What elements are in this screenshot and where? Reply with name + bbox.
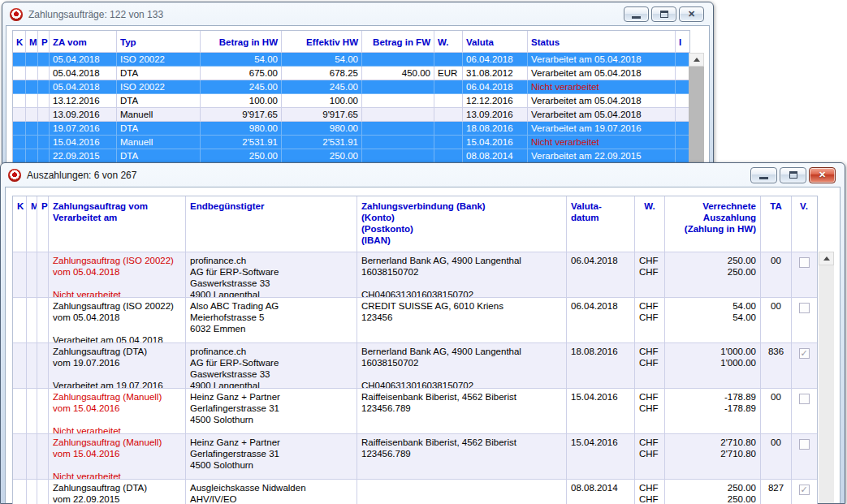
cell-status: Verarbeitet am 19.07.2016 — [528, 122, 676, 135]
row-checkbox[interactable] — [799, 257, 810, 268]
row-checkbox[interactable]: ✓ — [799, 485, 810, 495]
maximize-button[interactable] — [780, 167, 806, 183]
table-row[interactable]: 13.12.2016 DTA 100.00 100.00 12.12.2016 … — [13, 94, 689, 108]
column-header-effektiv-hw[interactable]: Effektiv HW — [282, 31, 362, 52]
row-checkbox[interactable] — [799, 439, 810, 450]
cell-status: Verarbeitet am 05.04.2018 — [528, 108, 676, 121]
cell-valuta: 12.12.2016 — [463, 94, 528, 107]
check-icon: ✓ — [800, 349, 807, 358]
table-row[interactable]: 22.09.2015 DTA 250.00 250.00 08.08.2014 … — [13, 149, 689, 163]
column-header-p[interactable]: P — [38, 31, 50, 52]
title-bar[interactable]: Zahlungsaufträge: 122 von 133 ✕ — [2, 2, 713, 26]
column-header-verrechnete-auszahlung[interactable]: Verrechnete Auszahlung (Zahlung in HW) — [665, 196, 761, 252]
column-header-betrag-fw[interactable]: Betrag in FW — [362, 31, 434, 52]
cell-waehrung: CHF CHF — [635, 389, 665, 433]
table-row[interactable]: Zahlungsauftrag (DTA) vom 19.07.2016 Ver… — [13, 343, 817, 389]
close-icon: ✕ — [688, 10, 695, 19]
cell-za-vom: 05.04.2018 — [50, 67, 117, 80]
cell-waehrung: CHF CHF — [635, 480, 665, 504]
table-row[interactable]: 13.09.2016 Manuell 9'917.65 9'917.65 13.… — [13, 108, 689, 122]
cell-zahlungsauftrag: Zahlungsauftrag (ISO 20022) vom 05.04.20… — [49, 252, 186, 297]
maximize-button[interactable] — [651, 6, 676, 22]
close-button[interactable]: ✕ — [679, 6, 704, 22]
column-header-v[interactable]: V. — [792, 196, 816, 252]
scroll-up-button[interactable] — [689, 53, 704, 67]
cell-effektiv-hw: 250.00 — [282, 149, 362, 162]
cell-zahlungsverbindung: CREDIT SUISSE AG, 6010 Kriens 123456 — [357, 298, 567, 342]
cell-betrag-fw — [362, 94, 434, 107]
column-header-ta[interactable]: TA — [761, 196, 792, 252]
cell-za-vom: 13.12.2016 — [50, 94, 117, 107]
table-row[interactable]: 05.04.2018 DTA 675.00 678.25 450.00 EUR … — [13, 67, 689, 80]
column-header-zahlungsverbindung[interactable]: Zahlungsverbindung (Bank) (Konto) (Postk… — [357, 196, 567, 252]
column-header-typ[interactable]: Typ — [117, 31, 201, 52]
table-row[interactable]: Zahlungsauftrag (Manuell) vom 15.04.2016… — [13, 389, 817, 434]
column-header-endbeguenstigter[interactable]: Endbegünstigter — [186, 196, 357, 252]
column-header-k[interactable]: K — [13, 31, 26, 52]
column-header-i[interactable]: I — [676, 31, 689, 52]
cell-w — [434, 149, 463, 162]
column-header-p[interactable]: P — [37, 196, 49, 252]
cell-ta: 00 — [761, 298, 792, 342]
cell-w — [434, 136, 463, 149]
minimize-button[interactable] — [624, 6, 649, 22]
table-row[interactable]: 05.04.2018 ISO 20022 54.00 54.00 06.04.2… — [13, 53, 689, 67]
close-button[interactable]: ✕ — [809, 167, 836, 183]
check-icon: ✓ — [800, 485, 807, 494]
zahlungsauftraege-table: K M P ZA vom Typ Betrag in HW Effektiv H… — [12, 30, 690, 164]
cell-typ: DTA — [117, 149, 201, 162]
column-header-valuta[interactable]: Valuta — [463, 31, 528, 52]
cell-zahlungsauftrag: Zahlungsauftrag (Manuell) vom 15.04.2016… — [49, 434, 186, 479]
cell-zahlungsverbindung: Raiffeisenbank Biberist, 4562 Biberist 1… — [357, 434, 567, 479]
title-bar[interactable]: Auszahlungen: 6 von 267 ✕ — [1, 163, 845, 187]
cell-za-vom: 22.09.2015 — [50, 149, 117, 162]
cell-effektiv-hw: 2'531.91 — [282, 136, 362, 149]
minimize-icon — [759, 177, 768, 179]
minimize-button[interactable] — [750, 167, 777, 183]
cell-betrag-fw — [362, 53, 434, 66]
cell-typ: DTA — [117, 67, 201, 80]
table-row[interactable]: Zahlungsauftrag (DTA) vom 22.09.2015 Aus… — [13, 480, 817, 504]
scroll-up-button[interactable] — [819, 252, 834, 265]
table-row[interactable]: Zahlungsauftrag (ISO 20022) vom 05.04.20… — [13, 252, 817, 298]
column-header-k[interactable]: K — [13, 196, 27, 252]
cell-effektiv-hw: 678.25 — [282, 67, 362, 80]
cell-valutadatum: 06.04.2018 — [567, 252, 635, 297]
close-icon: ✕ — [819, 170, 826, 179]
table-row[interactable]: Zahlungsauftrag (ISO 20022) vom 05.04.20… — [13, 298, 817, 343]
row-checkbox[interactable] — [799, 303, 810, 313]
table-row[interactable]: 05.04.2018 ISO 20022 245.00 245.00 06.04… — [13, 80, 689, 94]
row-checkbox[interactable] — [799, 394, 810, 404]
column-header-m[interactable]: M — [27, 196, 37, 252]
column-header-valutadatum[interactable]: Valuta- datum — [567, 196, 635, 252]
cell-status: Nicht verarbeitet — [528, 80, 676, 93]
table-row[interactable]: Zahlungsauftrag (Manuell) vom 15.04.2016… — [13, 434, 817, 480]
column-header-w[interactable]: W. — [434, 31, 463, 52]
column-header-zahlungsauftrag[interactable]: Zahlungsauftrag vom Verarbeitet am — [49, 196, 186, 252]
table-row[interactable]: 19.07.2016 DTA 980.00 980.00 18.08.2016 … — [13, 122, 689, 136]
window-auszahlungen: Auszahlungen: 6 von 267 ✕ K M P Zahlungs… — [0, 162, 845, 504]
cell-betrag-hw: 980.00 — [201, 122, 282, 135]
cell-valutadatum: 15.04.2016 — [567, 389, 635, 433]
window-title: Zahlungsaufträge: 122 von 133 — [28, 9, 163, 20]
window-controls: ✕ — [750, 167, 836, 183]
table-row[interactable]: 15.04.2016 Manuell 2'531.91 2'531.91 15.… — [13, 136, 689, 149]
cell-endbeguenstigter: Also ABC Trading AG Meierhofstrasse 5 60… — [186, 298, 357, 342]
column-header-m[interactable]: M — [26, 31, 38, 52]
cell-betrag: -178.89 -178.89 — [665, 389, 761, 433]
cell-valutadatum: 08.08.2014 — [567, 480, 635, 504]
column-header-betrag-hw[interactable]: Betrag in HW — [201, 31, 282, 52]
cell-betrag: 1'000.00 1'000.00 — [665, 343, 761, 388]
cell-typ: Manuell — [117, 108, 201, 121]
row-checkbox[interactable]: ✓ — [799, 348, 810, 359]
bullseye-app-icon — [8, 169, 21, 182]
cell-w — [434, 108, 463, 121]
cell-betrag-hw: 250.00 — [201, 149, 282, 162]
column-header-w[interactable]: W. — [635, 196, 665, 252]
cell-valuta: 08.08.2014 — [463, 149, 528, 162]
column-header-za-vom[interactable]: ZA vom — [50, 31, 117, 52]
scrollbar[interactable] — [819, 252, 834, 503]
cell-waehrung: CHF CHF — [635, 298, 665, 342]
cell-ta: 00 — [761, 252, 792, 297]
column-header-status[interactable]: Status — [528, 31, 676, 52]
